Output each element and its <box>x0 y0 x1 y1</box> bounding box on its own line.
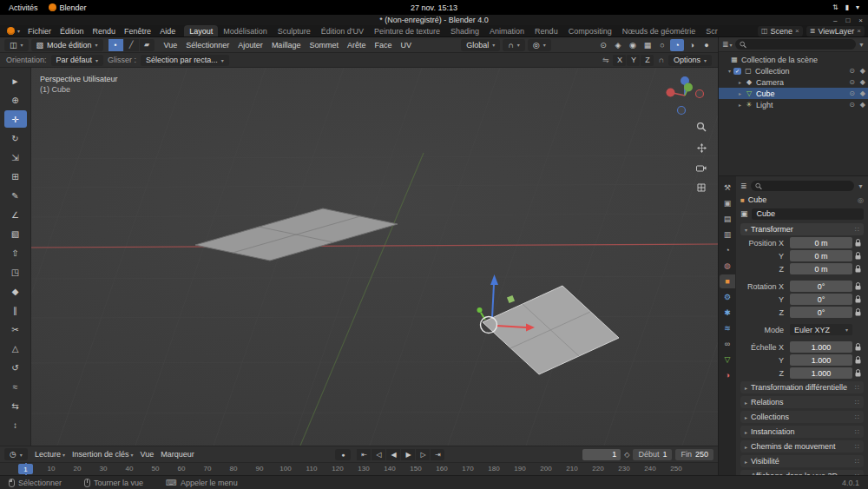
lock-icon[interactable] <box>852 308 864 316</box>
transform-value-field[interactable]: 1.000 ▾ <box>790 341 852 353</box>
menu-insertion-de-cles[interactable]: Insertion de clés▾ <box>69 450 137 459</box>
menu-ajouter[interactable]: Ajouter <box>233 41 267 50</box>
viewport-canvas[interactable] <box>31 68 718 446</box>
options-dropdown[interactable]: Options ▾ <box>668 55 712 66</box>
selectability-dropdown[interactable]: ⊙ <box>596 39 610 51</box>
panel-visibilite[interactable]: ▸ Visibilité ∷ <box>740 455 864 467</box>
panel-relations[interactable]: ▸ Relations ∷ <box>740 396 864 408</box>
proportional-editing-dropdown[interactable]: ◎ ▾ <box>528 39 551 51</box>
filter-icon[interactable]: ▼ <box>858 42 865 48</box>
world-properties-tab[interactable]: ◍ <box>720 259 735 273</box>
activities-button[interactable]: Activités <box>9 3 38 12</box>
current-frame-field[interactable]: 1 <box>582 449 621 460</box>
particles-properties-tab[interactable]: ✱ <box>720 306 735 320</box>
workspace-tab-edition-uv[interactable]: Édition d'UV <box>316 25 369 36</box>
rotate-tool-button[interactable]: ↻ <box>4 129 27 147</box>
keying-set-icon[interactable]: ◇ <box>624 451 629 459</box>
scene-properties-tab[interactable]: ◔ <box>720 243 735 257</box>
menu-fichier[interactable]: Fichier <box>23 27 56 36</box>
maximize-button[interactable]: □ <box>845 17 850 24</box>
battery-icon[interactable]: ▮ <box>845 3 849 11</box>
properties-editor-type-button[interactable]: ≣ <box>740 182 747 190</box>
remove-view-layer-icon[interactable]: × <box>857 27 861 35</box>
filter-icon[interactable]: ▼ <box>858 183 864 189</box>
panel-instanciation[interactable]: ▸ Instanciation ∷ <box>740 426 864 438</box>
workspace-tab-animation[interactable]: Animation <box>484 25 529 36</box>
menu-marqueur[interactable]: Marqueur▾ <box>157 450 198 459</box>
panel-grip-icon[interactable]: ∷ <box>855 399 859 406</box>
panel-grip-icon[interactable]: ∷ <box>855 413 859 421</box>
next-keyframe-button[interactable]: ▷ <box>416 449 430 460</box>
panel-collections[interactable]: ▸ Collections ∷ <box>740 411 864 423</box>
editor-type-button[interactable]: ◫ ▾ <box>4 39 29 51</box>
menu-uv[interactable]: UV <box>396 41 416 50</box>
workspace-tab-rendu[interactable]: Rendu <box>529 25 563 36</box>
menu-lecture[interactable]: Lecture▾ <box>31 450 69 459</box>
outliner-row-camera[interactable]: ▸ ✓ ◆ Camera ⊙ ◆ <box>719 76 868 88</box>
transform-value-field[interactable]: 0° ▾ <box>790 294 852 305</box>
mirror-y-toggle[interactable]: Y <box>627 55 640 66</box>
transform-orientation-dropdown[interactable]: Global ▾ <box>461 39 500 51</box>
menu-selectionner[interactable]: Sélectionner <box>181 41 233 50</box>
lock-icon[interactable] <box>852 239 864 247</box>
object-name-field[interactable]: Cube <box>752 208 864 220</box>
move-tool-button[interactable]: ✛ <box>4 110 27 128</box>
object-data-properties-tab[interactable]: ▽ <box>720 353 735 367</box>
panel-chemins-de-mouvement[interactable]: ▸ Chemins de mouvement ∷ <box>740 440 864 453</box>
close-button[interactable]: × <box>858 17 863 24</box>
disable-in-render-icon[interactable]: ◆ <box>860 78 865 86</box>
face-select-mode-button[interactable]: ▰ <box>140 39 155 51</box>
lock-icon[interactable] <box>852 343 864 351</box>
expand-caret-icon[interactable]: ▾ <box>726 68 733 74</box>
scale-tool-button[interactable]: ⇲ <box>4 149 27 166</box>
panel-grip-icon[interactable]: ∷ <box>855 226 859 234</box>
jump-start-button[interactable]: ⇤ <box>357 449 371 460</box>
auto-keying-toggle[interactable]: ● <box>335 449 351 460</box>
camera-view-icon[interactable] <box>696 164 707 174</box>
menu-edition[interactable]: Édition <box>56 27 89 36</box>
tool-tab[interactable]: ⚒ <box>720 181 735 195</box>
outliner-row-collection[interactable]: ▾ ✓ ▢ Collection ⊙ ◆ <box>719 65 868 76</box>
workspace-tab-peinture-texture[interactable]: Peinture de texture <box>369 25 445 36</box>
scene-selector[interactable]: ◫ Scene × <box>758 26 803 36</box>
expand-caret-icon[interactable]: ▸ <box>736 79 744 85</box>
menu-sommet[interactable]: Sommet <box>305 41 343 50</box>
pin-icon[interactable]: ◎ <box>858 196 864 204</box>
panel-grip-icon[interactable]: ∷ <box>855 384 859 392</box>
lock-icon[interactable] <box>852 265 864 273</box>
focused-app-indicator[interactable]: Blender <box>49 3 87 12</box>
frame-start-field[interactable]: Début 1 <box>633 449 672 460</box>
blender-menu-button[interactable]: ▾ <box>3 27 23 35</box>
shading-wireframe-button[interactable]: ○ <box>655 39 669 51</box>
magnet-icon[interactable]: ∩ <box>658 56 663 64</box>
menu-face[interactable]: Face <box>370 41 396 50</box>
shrink-fatten-tool-button[interactable]: ↕ <box>4 416 27 433</box>
disable-in-render-icon[interactable]: ◆ <box>860 101 865 109</box>
hide-in-viewport-icon[interactable]: ⊙ <box>849 89 855 97</box>
chevron-down-icon[interactable]: ▾ <box>856 3 859 11</box>
hide-in-viewport-icon[interactable]: ⊙ <box>849 101 855 109</box>
network-icon[interactable]: ⇅ <box>832 3 838 11</box>
clock[interactable]: 27 nov. 15:13 <box>411 3 457 12</box>
transform-value-field[interactable]: 0 m ▾ <box>790 250 852 261</box>
properties-search[interactable] <box>751 181 855 191</box>
workspace-tab-compositing[interactable]: Compositing <box>563 25 617 36</box>
menu-arete[interactable]: Arête <box>343 41 371 50</box>
play-button[interactable]: ▶ <box>401 449 415 460</box>
transform-value-field[interactable]: 1.000 ▾ <box>790 354 852 366</box>
lock-icon[interactable] <box>852 252 864 260</box>
view-layer-selector[interactable]: ≣ ViewLayer × <box>806 26 865 36</box>
workspace-tab-scripting[interactable]: Scr <box>700 25 723 36</box>
inset-faces-tool-button[interactable]: ◳ <box>4 263 27 281</box>
breadcrumb-object-name[interactable]: Cube <box>748 195 767 204</box>
mirror-z-toggle[interactable]: Z <box>641 55 654 66</box>
extrude-tool-button[interactable]: ⇧ <box>4 244 27 261</box>
toggle-orthographic-icon[interactable] <box>697 183 706 194</box>
timeline-ruler[interactable]: 1020304050607080901001101201301401501601… <box>0 462 718 475</box>
measure-tool-button[interactable]: ∠ <box>4 206 27 223</box>
transform-value-field[interactable]: 0 m ▾ <box>790 237 852 248</box>
smooth-tool-button[interactable]: ≈ <box>4 378 27 395</box>
play-reverse-button[interactable]: ◀ <box>386 449 400 460</box>
window-titlebar[interactable]: * (Non-enregistré) - Blender 4.0 – □ × <box>0 15 868 25</box>
workspace-tab-shading[interactable]: Shading <box>445 25 484 36</box>
